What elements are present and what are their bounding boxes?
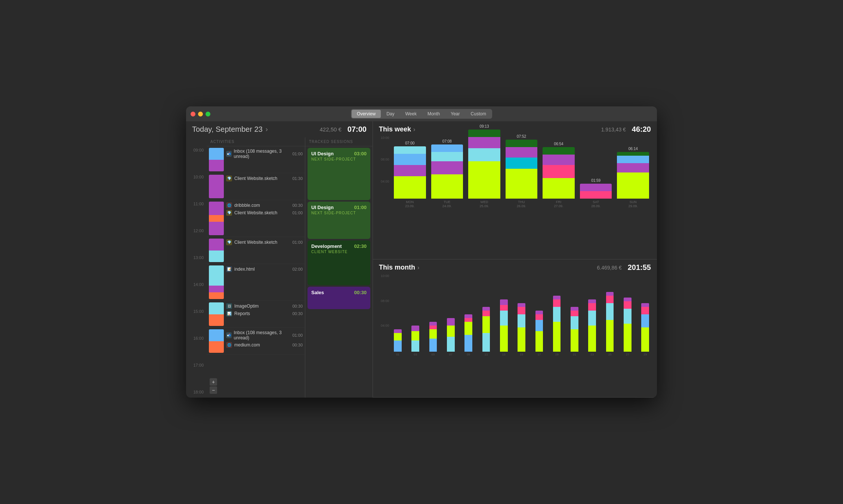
month-day-label: 27 <box>626 353 629 356</box>
month-day-label: 13 <box>502 353 506 356</box>
zoom-in-button[interactable]: + <box>210 378 217 386</box>
right-panel: This week › 1.913,43 € 46:20 10:0008:000… <box>373 121 657 398</box>
month-bar-stack <box>447 318 455 352</box>
month-bar-chart: 10:0008:0004:000103050709111315171921232… <box>381 274 649 356</box>
month-bar-stack <box>606 292 614 352</box>
minimize-button[interactable] <box>198 112 203 116</box>
activity-duration: 00:30 <box>292 343 303 347</box>
nav-tab-week[interactable]: Week <box>400 110 422 118</box>
session-title: UI Design03:00 <box>311 151 367 156</box>
activity-app-icon: 🌐 <box>226 342 232 348</box>
activity-app-icon: 📊 <box>226 311 232 317</box>
session-block[interactable]: Sales00:30 <box>308 287 370 309</box>
month-bar-stack <box>588 299 596 352</box>
activity-duration: 01:00 <box>292 240 303 245</box>
sessions-list: UI Design03:00NEXT SIDE-PROJECTUI Design… <box>305 148 373 309</box>
left-panel: Today, September 23 › 422,50 € 07:00 09:… <box>186 121 373 398</box>
day-title: Today, September 23 <box>192 125 263 134</box>
main-content: Today, September 23 › 422,50 € 07:00 09:… <box>186 121 657 398</box>
month-amount: 6.469,86 € <box>597 265 622 271</box>
week-bar-stack <box>394 146 426 199</box>
session-block[interactable]: UI Design03:00NEXT SIDE-PROJECT <box>308 148 370 200</box>
month-bar-group: 21 <box>571 307 578 356</box>
activity-duration: 01:00 <box>292 333 303 337</box>
week-day-label: TUE24.09. <box>442 200 452 209</box>
activity-section: 📝index.html02:00 <box>207 264 305 301</box>
time-label-09: 09:00 <box>186 148 207 175</box>
activity-bar <box>209 148 224 171</box>
week-day-label: THU26.09. <box>517 200 526 209</box>
activity-item: 💎Client Website.sketch01:00 <box>226 209 303 217</box>
week-amount: 1.913,43 € <box>601 127 626 133</box>
zoom-out-button[interactable]: − <box>210 386 217 394</box>
time-label-18: 18:00 <box>186 390 207 398</box>
session-block[interactable]: UI Design01:00NEXT SIDE-PROJECT <box>308 202 370 239</box>
time-label-16: 16:00 <box>186 336 207 363</box>
month-bar-group: 25 <box>606 292 614 356</box>
activity-item: 🌐dribbble.com00:30 <box>226 202 303 209</box>
close-button[interactable] <box>191 112 195 116</box>
week-chevron[interactable]: › <box>413 126 415 133</box>
month-bar-group <box>580 355 587 356</box>
activity-app-icon: 💎 <box>226 210 232 216</box>
month-bar-group: 07 <box>447 318 455 356</box>
week-day-label: WED25.09. <box>479 200 489 209</box>
week-bar-label: 01:59 <box>591 178 600 183</box>
session-subtitle: NEXT SIDE-PROJECT <box>311 157 367 161</box>
activity-name: dribbble.com <box>234 203 260 208</box>
day-chevron[interactable]: › <box>266 125 268 133</box>
session-block[interactable]: Development02:30CLIENT WEBSITE <box>308 240 370 285</box>
activity-name: Client Website.sketch <box>234 176 277 181</box>
month-bar-group <box>509 355 517 356</box>
nav-tab-year[interactable]: Year <box>445 110 465 118</box>
nav-tab-month[interactable]: Month <box>422 110 445 118</box>
week-bar-group: 07:08TUE24.09. <box>431 139 463 209</box>
activity-bar <box>209 202 224 235</box>
nav-tab-day[interactable]: Day <box>381 110 399 118</box>
time-label-10: 10:00 <box>186 175 207 202</box>
month-stats: 6.469,86 € 201:55 <box>597 263 651 272</box>
week-bar-group: 01:59SAT28.09. <box>580 178 612 209</box>
nav-tab-overview[interactable]: Overview <box>352 110 381 118</box>
month-bar-group: 17 <box>535 311 543 356</box>
week-bar-stack <box>431 144 463 199</box>
week-chart-section: This week › 1.913,43 € 46:20 10:0008:000… <box>373 121 657 259</box>
month-day-label: 09 <box>467 353 470 356</box>
month-day-label: 03 <box>414 353 417 356</box>
month-bar-stack <box>641 303 649 352</box>
month-bar-group: 29 <box>641 303 649 356</box>
day-stats: 422,50 € 07:00 <box>319 125 367 134</box>
maximize-button[interactable] <box>206 112 210 116</box>
week-title: This week <box>379 125 411 133</box>
week-bar-label: 09:13 <box>479 124 489 128</box>
week-chart: 10:0008:0004:0007:00MON23.09.07:08TUE24.… <box>379 136 651 209</box>
month-chart: 10:0008:0004:000103050709111315171921232… <box>379 274 651 356</box>
week-day-label: MON23.09. <box>405 200 414 209</box>
activity-bar <box>209 239 224 262</box>
week-bar-group: 09:13WED25.09. <box>468 124 500 209</box>
day-header: Today, September 23 › 422,50 € 07:00 <box>186 121 373 137</box>
week-bar-group: 07:00MON23.09. <box>394 141 426 209</box>
time-label-15: 15:00 <box>186 309 207 336</box>
month-bar-stack <box>553 296 561 352</box>
week-bar-stack <box>506 140 538 199</box>
month-bar-group: 13 <box>500 299 508 356</box>
activity-item: 📝index.html02:00 <box>226 265 303 273</box>
nav-tabs: OverviewDayWeekMonthYearCustom <box>351 109 492 119</box>
activity-bar <box>209 302 224 326</box>
month-bar-stack <box>482 307 490 352</box>
month-bar-group <box>615 355 623 356</box>
month-bar-stack <box>411 326 419 352</box>
session-subtitle: CLIENT WEBSITE <box>311 250 367 254</box>
activity-duration: 00:30 <box>292 203 303 208</box>
month-bar-group <box>597 355 605 356</box>
month-time: 201:55 <box>628 263 651 272</box>
activity-name: medium.com <box>234 342 260 348</box>
week-bar-label: 07:00 <box>405 141 414 145</box>
sessions-col: TRACKED SESSIONS UI Design03:00NEXT SIDE… <box>305 137 373 398</box>
month-bar-group: 11 <box>482 307 490 356</box>
nav-tab-custom[interactable]: Custom <box>466 110 491 118</box>
week-bar-stack <box>468 130 500 199</box>
session-subtitle: NEXT SIDE-PROJECT <box>311 211 367 215</box>
month-chevron[interactable]: › <box>417 264 419 271</box>
